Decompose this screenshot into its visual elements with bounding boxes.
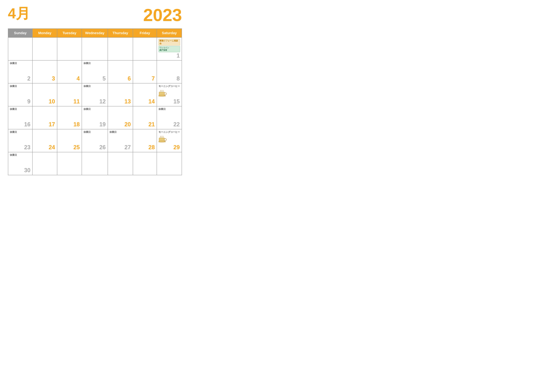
svg-point-1: [159, 95, 166, 96]
cell-2-2: 11: [57, 83, 82, 106]
cell-number: 26: [99, 144, 106, 151]
cell-5-6: [157, 152, 182, 175]
cell-number: 12: [99, 98, 106, 105]
cell-1-2: 4: [57, 60, 82, 83]
cell-5-2: [57, 152, 82, 175]
svg-rect-0: [159, 92, 165, 95]
cell-0-6: 断熱リフォーム相談会ワンコイン 網戸張替1: [157, 37, 182, 60]
cell-1-1: 3: [32, 60, 57, 83]
cell-3-3: 休業日19: [82, 106, 108, 129]
cell-3-6: 休業日22: [157, 106, 182, 129]
cell-1-4: 6: [108, 60, 133, 83]
cell-4-1: 24: [32, 129, 57, 152]
cell-number: 9: [27, 98, 30, 105]
monday-header: Monday: [32, 29, 57, 37]
coffee-icon: [159, 88, 180, 98]
event-reform: 断熱リフォーム相談会: [159, 39, 180, 46]
cell-label: 休業日: [10, 154, 31, 157]
cell-label: 休業日: [10, 108, 31, 111]
cell-number: 25: [73, 144, 80, 151]
cell-number: 8: [176, 75, 180, 82]
week-row-2: 休業日91011休業日121314モーニングコーヒー 15: [8, 83, 182, 106]
cell-1-0: 休業日2: [8, 60, 32, 83]
cell-label: 休業日: [110, 131, 131, 134]
week-row-5: 休業日30: [8, 152, 182, 175]
cell-label: 休業日: [10, 62, 31, 65]
cell-5-0: 休業日30: [8, 152, 32, 175]
cell-number: 30: [24, 167, 30, 174]
calendar-header: 4月 2023: [8, 6, 182, 24]
calendar-table: Sunday Monday Tuesday Wednesday Thursday…: [8, 29, 182, 175]
cell-number: 19: [99, 121, 106, 128]
cell-2-4: 13: [108, 83, 133, 106]
cell-2-5: 14: [133, 83, 157, 106]
cell-number: 13: [124, 98, 131, 105]
cell-0-2: [57, 37, 82, 60]
cell-number: 7: [152, 75, 155, 82]
cell-label: 休業日: [10, 131, 31, 134]
cell-label: モーニングコーヒー: [159, 85, 180, 88]
cell-number: 24: [49, 144, 55, 151]
event-coin: ワンコイン 網戸張替: [159, 46, 180, 52]
cell-3-4: 20: [108, 106, 133, 129]
cell-2-1: 10: [32, 83, 57, 106]
tuesday-header: Tuesday: [57, 29, 82, 37]
cell-label: 休業日: [10, 85, 31, 88]
cell-number: 1: [176, 52, 180, 59]
coffee-icon: [159, 134, 180, 144]
cell-number: 17: [49, 121, 55, 128]
cell-0-0: [8, 37, 32, 60]
cell-number: 23: [24, 144, 30, 151]
cell-5-1: [32, 152, 57, 175]
cell-label: モーニングコーヒー: [159, 131, 180, 134]
cell-label: 休業日: [84, 108, 106, 111]
week-row-3: 休業日161718休業日192021休業日22: [8, 106, 182, 129]
friday-header: Friday: [133, 29, 157, 37]
cell-number: 18: [73, 121, 80, 128]
cell-5-5: [133, 152, 157, 175]
cell-4-5: 28: [133, 129, 157, 152]
cell-number: 20: [124, 121, 131, 128]
year-title: 2023: [143, 6, 182, 24]
cell-0-5: [133, 37, 157, 60]
cell-number: 29: [173, 144, 180, 151]
cell-number: 28: [148, 144, 155, 151]
svg-rect-3: [159, 138, 165, 141]
week-row-4: 休業日232425休業日26休業日2728モーニングコーヒー 29: [8, 129, 182, 152]
cell-1-5: 7: [133, 60, 157, 83]
header-row: Sunday Monday Tuesday Wednesday Thursday…: [8, 29, 182, 37]
cell-label: 休業日: [84, 131, 106, 134]
cell-4-0: 休業日23: [8, 129, 32, 152]
sunday-header: Sunday: [8, 29, 32, 37]
cell-number: 16: [24, 121, 30, 128]
cell-number: 5: [102, 75, 106, 82]
cell-4-3: 休業日26: [82, 129, 108, 152]
cell-3-2: 18: [57, 106, 82, 129]
cell-number: 2: [27, 75, 30, 82]
cell-number: 14: [148, 98, 155, 105]
svg-point-2: [165, 95, 166, 96]
cell-number: 21: [148, 121, 155, 128]
cell-1-6: 8: [157, 60, 182, 83]
cell-2-0: 休業日9: [8, 83, 32, 106]
cell-number: 15: [173, 98, 180, 105]
cell-5-3: [82, 152, 108, 175]
cell-2-6: モーニングコーヒー 15: [157, 83, 182, 106]
cell-label: 休業日: [159, 108, 180, 111]
week-row-1: 休業日234休業日5678: [8, 60, 182, 83]
svg-point-5: [165, 141, 166, 142]
cell-label: 休業日: [84, 85, 106, 88]
cell-3-5: 21: [133, 106, 157, 129]
cell-number: 22: [173, 121, 180, 128]
thursday-header: Thursday: [108, 29, 133, 37]
week-row-0: 断熱リフォーム相談会ワンコイン 網戸張替1: [8, 37, 182, 60]
cell-number: 3: [52, 75, 55, 82]
cell-number: 4: [77, 75, 80, 82]
cell-5-4: [108, 152, 133, 175]
month-title: 4月: [8, 6, 30, 21]
cell-0-4: [108, 37, 133, 60]
cell-3-1: 17: [32, 106, 57, 129]
saturday-header: Saturday: [157, 29, 182, 37]
cell-label: 休業日: [84, 62, 106, 65]
cell-number: 6: [128, 75, 131, 82]
